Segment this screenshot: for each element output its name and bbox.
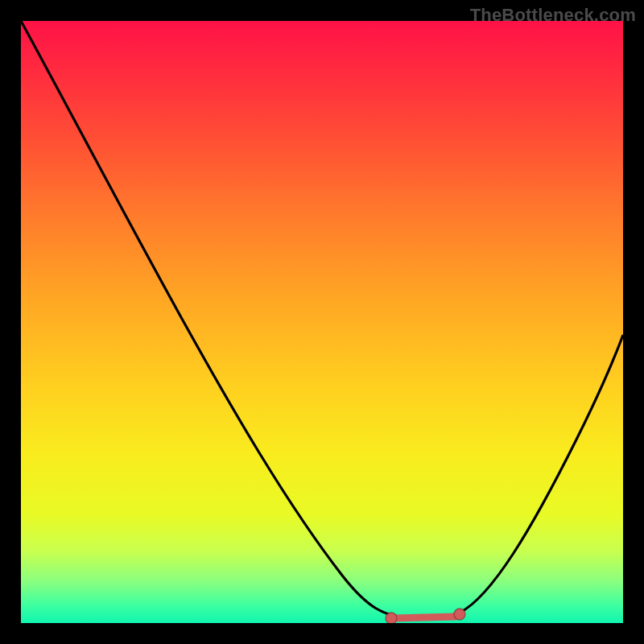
bottleneck-curve <box>21 21 623 618</box>
highlight-end-dot <box>454 609 465 620</box>
highlight-start-dot <box>386 613 397 623</box>
highlight-bar <box>394 617 456 618</box>
chart-container: TheBottleneck.com <box>0 0 644 644</box>
watermark-text: TheBottleneck.com <box>470 5 636 26</box>
bottleneck-curve-path <box>21 21 623 618</box>
highlight-region <box>386 609 465 623</box>
plot-area <box>21 21 623 623</box>
curve-svg <box>21 21 623 623</box>
